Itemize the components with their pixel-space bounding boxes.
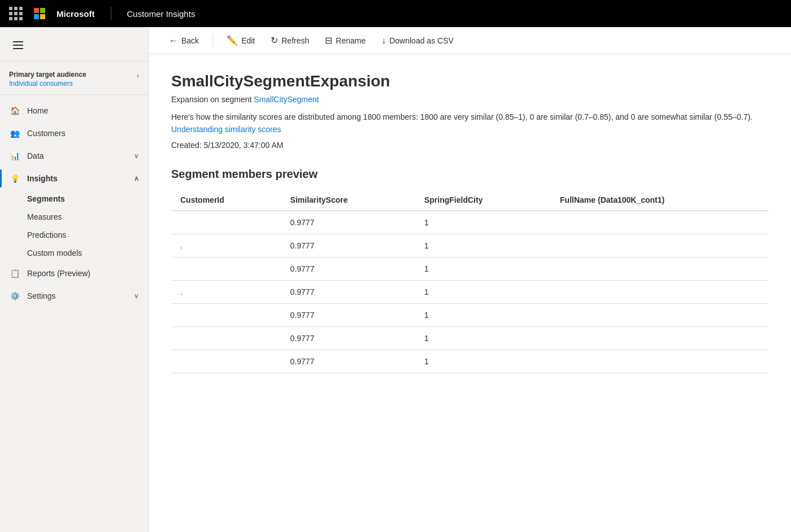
subtitle-prefix: Expansion on segment	[171, 95, 254, 104]
insights-chevron-icon: ∧	[134, 175, 139, 182]
description-text: Here's how the similarity scores are dis…	[171, 112, 753, 121]
sidebar-header	[0, 27, 148, 62]
table-row: 0.97771	[171, 303, 768, 326]
sidebar-item-insights[interactable]: 💡 Insights ∧	[0, 167, 148, 190]
settings-chevron-icon: ∨	[134, 292, 139, 300]
table-row: 0.97771	[171, 350, 768, 373]
sidebar-item-data-label: Data	[27, 151, 44, 160]
table-row: .0.97771	[171, 280, 768, 303]
audience-chevron-icon[interactable]: ›	[137, 72, 139, 80]
refresh-button[interactable]: ↻ Refresh	[264, 32, 316, 49]
sidebar-item-insights-label: Insights	[27, 174, 58, 183]
sidebar-item-custom-models[interactable]: Custom models	[0, 244, 148, 262]
content-area: ← Back ✏️ Edit ↻ Refresh ⊟ Rename ↓ Down…	[149, 27, 791, 532]
refresh-icon: ↻	[271, 35, 278, 46]
page-content: SmallCitySegmentExpansion Expansion on s…	[149, 54, 791, 532]
edit-icon: ✏️	[227, 35, 238, 46]
settings-icon: ⚙️	[9, 290, 20, 302]
back-icon: ←	[169, 36, 178, 46]
topbar-divider	[111, 7, 111, 20]
download-icon: ↓	[381, 36, 386, 46]
sidebar-item-reports[interactable]: 📋 Reports (Preview)	[0, 262, 148, 285]
hamburger-button[interactable]	[9, 36, 27, 54]
section-title: Segment members preview	[171, 168, 768, 181]
col-springfield-city: SpringFieldCity	[415, 190, 551, 211]
app-grid-icon[interactable]	[9, 7, 23, 20]
sidebar-item-predictions[interactable]: Predictions	[0, 226, 148, 244]
sidebar-item-predictions-label: Predictions	[27, 230, 66, 239]
microsoft-logo	[34, 8, 45, 19]
app-title: Customer Insights	[127, 9, 195, 19]
sidebar-item-custom-models-label: Custom models	[27, 248, 82, 258]
table-row: 0.97771	[171, 257, 768, 280]
similarity-scores-link[interactable]: Understanding similarity scores	[171, 125, 281, 134]
table-body: 0.97771.0.977710.97771.0.977710.977710.9…	[171, 211, 768, 373]
col-customer-id: CustomerId	[171, 190, 281, 211]
table-row: .0.97771	[171, 234, 768, 257]
microsoft-label: Microsoft	[56, 9, 95, 19]
refresh-label: Refresh	[281, 36, 309, 45]
audience-value[interactable]: Individual consumers	[9, 80, 86, 88]
sidebar-item-segments[interactable]: Segments	[0, 190, 148, 208]
edit-button[interactable]: ✏️ Edit	[220, 32, 262, 49]
sidebar-item-settings[interactable]: ⚙️ Settings ∨	[0, 285, 148, 307]
data-icon: 📊	[9, 150, 20, 162]
rename-icon: ⊟	[325, 35, 332, 46]
sidebar-item-customers[interactable]: 👥 Customers	[0, 122, 148, 145]
subtitle-link[interactable]: SmallCitySegment	[254, 95, 319, 104]
rename-label: Rename	[336, 36, 366, 45]
col-full-name: FullName (Data100K_cont1)	[551, 190, 768, 211]
table-row: 0.97771	[171, 326, 768, 350]
page-subtitle: Expansion on segment SmallCitySegment	[171, 95, 768, 104]
download-label: Download as CSV	[389, 36, 454, 45]
insights-icon: 💡	[9, 173, 20, 184]
table-row: 0.97771	[171, 211, 768, 234]
audience-section: Primary target audience Individual consu…	[0, 62, 148, 95]
sidebar-item-reports-label: Reports (Preview)	[27, 269, 90, 278]
page-created: Created: 5/13/2020, 3:47:00 AM	[171, 141, 768, 150]
topbar: Microsoft Customer Insights	[0, 0, 791, 27]
sidebar-item-settings-label: Settings	[27, 291, 56, 300]
rename-button[interactable]: ⊟ Rename	[318, 32, 372, 49]
col-similarity-score: SimilarityScore	[281, 190, 415, 211]
back-label: Back	[181, 36, 199, 45]
back-button[interactable]: ← Back	[162, 32, 206, 49]
data-chevron-icon: ∨	[134, 152, 139, 160]
sidebar-item-measures-label: Measures	[27, 212, 62, 221]
toolbar: ← Back ✏️ Edit ↻ Refresh ⊟ Rename ↓ Down…	[149, 27, 791, 54]
sidebar-item-segments-label: Segments	[27, 194, 65, 203]
main-layout: Primary target audience Individual consu…	[0, 27, 791, 532]
page-description: Here's how the similarity scores are dis…	[171, 111, 768, 136]
edit-label: Edit	[241, 36, 255, 45]
sidebar-item-data[interactable]: 📊 Data ∨	[0, 145, 148, 167]
nav-items: 🏠 Home 👥 Customers 📊 Data ∨ 💡 Insights ∧…	[0, 95, 148, 532]
customers-icon: 👥	[9, 128, 20, 139]
toolbar-divider	[212, 34, 213, 47]
sidebar-item-home-label: Home	[27, 106, 48, 115]
sidebar-item-home[interactable]: 🏠 Home	[0, 99, 148, 122]
hamburger-icon	[13, 41, 23, 49]
audience-title: Primary target audience	[9, 71, 86, 79]
members-table: CustomerId SimilarityScore SpringFieldCi…	[171, 190, 768, 373]
sidebar-item-customers-label: Customers	[27, 129, 66, 138]
sidebar: Primary target audience Individual consu…	[0, 27, 149, 532]
home-icon: 🏠	[9, 105, 20, 116]
sidebar-item-measures[interactable]: Measures	[0, 208, 148, 226]
table-header: CustomerId SimilarityScore SpringFieldCi…	[171, 190, 768, 211]
reports-icon: 📋	[9, 268, 20, 279]
download-button[interactable]: ↓ Download as CSV	[375, 32, 460, 49]
page-title: SmallCitySegmentExpansion	[171, 72, 768, 90]
